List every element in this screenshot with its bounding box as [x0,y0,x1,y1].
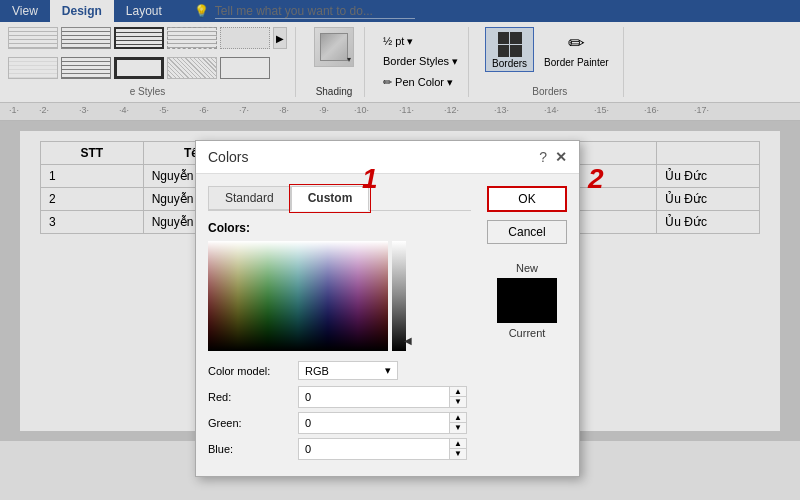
red-increment[interactable]: ▲ [450,387,466,397]
dialog-title: Colors [208,149,248,165]
dialog-right-panel: OK Cancel New Current [487,186,567,464]
tab-standard[interactable]: Standard [208,186,291,210]
blue-value[interactable] [299,441,449,457]
red-decrement[interactable]: ▼ [450,397,466,407]
green-input[interactable]: ▲ ▼ [298,412,467,434]
new-label: New [516,262,538,274]
green-spinner[interactable]: ▲ ▼ [449,413,466,433]
green-value[interactable] [299,415,449,431]
color-model-dropdown-icon: ▾ [385,364,391,377]
dialog-help-btn[interactable]: ? [539,149,547,165]
color-model-label: Color model: [208,365,298,377]
green-decrement[interactable]: ▼ [450,423,466,433]
color-picker-area: ◀ [208,241,471,351]
blue-channel-row: Blue: ▲ ▼ [208,438,471,460]
blue-decrement[interactable]: ▼ [450,449,466,459]
red-channel-row: Red: ▲ ▼ [208,386,471,408]
green-channel-row: Green: ▲ ▼ [208,412,471,434]
blue-label: Blue: [208,443,298,455]
green-increment[interactable]: ▲ [450,413,466,423]
red-value[interactable] [299,389,449,405]
red-spinner[interactable]: ▲ ▼ [449,387,466,407]
cancel-button[interactable]: Cancel [487,220,567,244]
color-brightness-bar[interactable]: ◀ [392,241,406,351]
color-spectrum[interactable] [208,241,388,351]
red-label: Red: [208,391,298,403]
new-color-swatch [497,278,557,323]
blue-spinner[interactable]: ▲ ▼ [449,439,466,459]
current-label: Current [509,327,546,339]
green-label: Green: [208,417,298,429]
colors-section-label: Colors: [208,221,471,235]
colors-dialog: Colors ? ✕ Standard Custom Colors: [195,140,580,477]
red-input[interactable]: ▲ ▼ [298,386,467,408]
color-preview-section: New Current [497,262,557,339]
dialog-overlay: Colors ? ✕ Standard Custom Colors: [0,0,800,500]
blue-input[interactable]: ▲ ▼ [298,438,467,460]
dialog-close-btn[interactable]: ✕ [555,149,567,165]
dialog-controls: ? ✕ [539,149,567,165]
blue-increment[interactable]: ▲ [450,439,466,449]
dialog-titlebar: Colors ? ✕ [196,141,579,174]
spectrum-svg [208,241,388,351]
tab-custom[interactable]: Custom [291,186,370,211]
ok-button[interactable]: OK [487,186,567,212]
dialog-tabs: Standard Custom [208,186,471,210]
color-model-select[interactable]: RGB ▾ [298,361,398,380]
svg-rect-2 [208,241,388,351]
color-model-row: Color model: RGB ▾ [208,361,471,380]
dialog-body: Standard Custom Colors: [196,174,579,476]
